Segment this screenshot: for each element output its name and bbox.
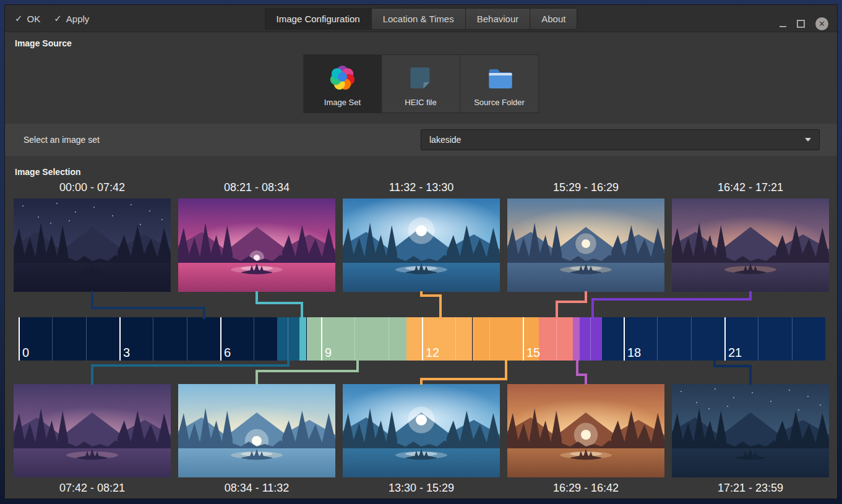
hour-divider [590,317,591,361]
tab-about[interactable]: About [530,8,577,30]
heic-file-icon [406,63,436,95]
wallpaper-thumbnail[interactable] [672,199,829,292]
timeline-segment [573,317,580,361]
image-set-dropdown[interactable]: lakeside [421,129,820,150]
hour-divider [523,317,524,361]
titlebar-actions: ✓ OK ✓ Apply [15,5,89,32]
wallpaper-thumbnail[interactable] [14,199,171,292]
desktop-background: ✓ OK ✓ Apply Image Configuration Locatio… [0,0,842,504]
source-option-label: Image Set [324,98,361,107]
minimize-icon[interactable] [780,26,786,27]
hour-label: 0 [22,346,29,360]
timeline-segment [299,317,307,361]
source-option-label: Source Folder [474,98,525,107]
hour-divider [624,317,625,361]
hour-divider [19,317,20,361]
tab-behaviour[interactable]: Behaviour [466,8,531,30]
wallpaper-thumbnail[interactable] [178,384,335,477]
hour-divider [455,317,456,361]
time-range-label: 13:30 - 15:29 [339,482,504,495]
wallpaper-thumbnail[interactable] [507,384,664,477]
time-range-label: 08:34 - 11:32 [174,482,339,495]
hour-divider [792,317,793,361]
source-option-label: HEIC file [405,98,436,107]
window-controls: ✕ [780,10,828,37]
wallpaper-thumbnail[interactable] [343,384,500,477]
time-range-label: 11:32 - 13:30 [339,181,504,194]
timeline-segment [277,317,299,361]
check-icon: ✓ [15,13,23,24]
wallpaper-thumbnail[interactable] [672,384,829,477]
maximize-icon[interactable] [797,20,805,28]
hour-label: 21 [728,346,742,360]
hour-divider [119,317,121,361]
tab-location-times[interactable]: Location & Times [372,8,466,30]
time-range-label: 16:29 - 16:42 [504,482,668,495]
timeline-segment [580,317,601,361]
tab-label: Behaviour [477,14,519,24]
ok-button[interactable]: ✓ OK [15,13,40,24]
close-icon[interactable]: ✕ [815,17,828,30]
time-range-label: 15:29 - 16:29 [504,181,668,194]
apply-button[interactable]: ✓ Apply [54,13,89,24]
image-selection-heading: Image Selection [15,167,81,177]
image-set-select-row: Select an image set lakeside [5,124,837,156]
hour-divider [354,317,355,361]
hour-divider [758,317,758,361]
wallpaper-thumbnail[interactable] [14,384,171,477]
time-range-label: 08:21 - 08:34 [174,181,339,194]
hour-divider [321,317,322,361]
hour-divider [86,317,87,361]
chevron-down-icon [805,138,811,142]
hour-divider [657,317,658,361]
tab-bar: Image Configuration Location & Times Beh… [265,8,578,30]
hour-label: 6 [224,346,231,360]
hour-divider [254,317,254,361]
wallpaper-thumbnail[interactable] [178,199,335,292]
image-set-icon [328,63,358,95]
hour-label: 3 [123,346,130,360]
source-option-source-folder[interactable]: Source Folder [460,54,539,113]
apply-button-label: Apply [66,14,90,24]
image-set-dropdown-value: lakeside [429,135,461,145]
hour-divider [52,317,53,361]
hour-label: 9 [325,346,332,360]
timeline-segment [19,317,277,361]
hour-divider [389,317,389,361]
hour-divider [422,317,423,361]
time-range-label: 16:42 - 17:21 [668,181,833,194]
tab-label: Image Configuration [277,14,360,24]
source-folder-icon [484,63,514,95]
hour-divider [187,317,187,361]
day-timeline: 036912151821 [19,317,825,361]
hour-label: 12 [426,346,439,360]
tab-label: About [541,14,565,24]
hour-divider [724,317,726,361]
hour-divider [556,317,557,361]
time-range-label: 17:21 - 23:59 [668,482,833,495]
source-option-heic-file[interactable]: HEIC file [382,54,460,113]
time-range-label: 00:00 - 07:42 [10,181,174,194]
source-option-image-set[interactable]: Image Set [303,54,382,113]
hour-label: 18 [627,346,641,360]
hour-divider [691,317,692,361]
hour-divider [220,317,221,361]
hour-divider [288,317,288,361]
tab-image-configuration[interactable]: Image Configuration [265,8,372,30]
source-type-group: Image Set HEIC file Source Folder [303,54,539,113]
ok-button-label: OK [27,14,41,24]
hour-divider [489,317,490,361]
titlebar: ✓ OK ✓ Apply Image Configuration Locatio… [5,5,837,32]
hour-divider [153,317,153,361]
wallpaper-thumbnail[interactable] [507,199,664,292]
select-image-set-label: Select an image set [24,135,100,145]
time-range-label: 07:42 - 08:21 [10,482,174,495]
image-source-heading: Image Source [15,38,72,48]
check-icon: ✓ [54,13,62,24]
tab-label: Location & Times [383,14,454,24]
wallpaper-thumbnail[interactable] [343,199,500,292]
hour-label: 15 [526,346,540,360]
